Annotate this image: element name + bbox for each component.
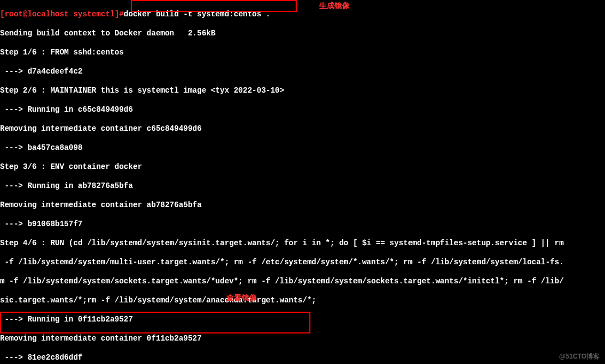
output-line: ---> ba457ca8a098 (0, 143, 605, 153)
output-line: ---> 81ee2c8d6ddf (0, 353, 605, 363)
highlight-box-images (0, 312, 310, 333)
output-line: Step 1/6 : FROM sshd:centos (0, 48, 605, 58)
output-line: Removing intermediate container 0f11cb2a… (0, 334, 605, 344)
output-line: Step 4/6 : RUN (cd /lib/systemd/system/s… (0, 239, 605, 248)
output-line: Sending build context to Docker daemon 2… (0, 29, 605, 39)
output-line: ---> Running in ab78276a5bfa (0, 181, 605, 191)
output-line: Removing intermediate container c65c8494… (0, 124, 605, 134)
prompt: [root@localhost systemctl] (0, 10, 119, 19)
prompt-hash: # (119, 10, 123, 19)
output-line: Step 3/6 : ENV container docker (0, 162, 605, 172)
terminal[interactable]: [root@localhost systemctl]#docker build … (0, 0, 605, 364)
output-line: -f /lib/systemd/system/multi-user.target… (0, 258, 605, 268)
highlight-box-build (131, 0, 297, 12)
output-line: ---> d7a4cdeef4c2 (0, 67, 605, 77)
output-line: Removing intermediate container ab78276a… (0, 201, 605, 210)
output-line: ---> b91068b157f7 (0, 220, 605, 229)
output-line: Step 2/6 : MAINTAINER this is systemctl … (0, 86, 605, 96)
annotation-images: 查看镜像 (226, 293, 257, 303)
annotation-build: 生成镜像 (319, 1, 350, 11)
output-line: ---> Running in c65c849499d6 (0, 105, 605, 115)
output-line: sic.target.wants/*;rm -f /lib/systemd/sy… (0, 296, 605, 306)
watermark: @51CTO博客 (559, 353, 600, 361)
output-line: m -f /lib/systemd/system/sockets.target.… (0, 277, 605, 287)
